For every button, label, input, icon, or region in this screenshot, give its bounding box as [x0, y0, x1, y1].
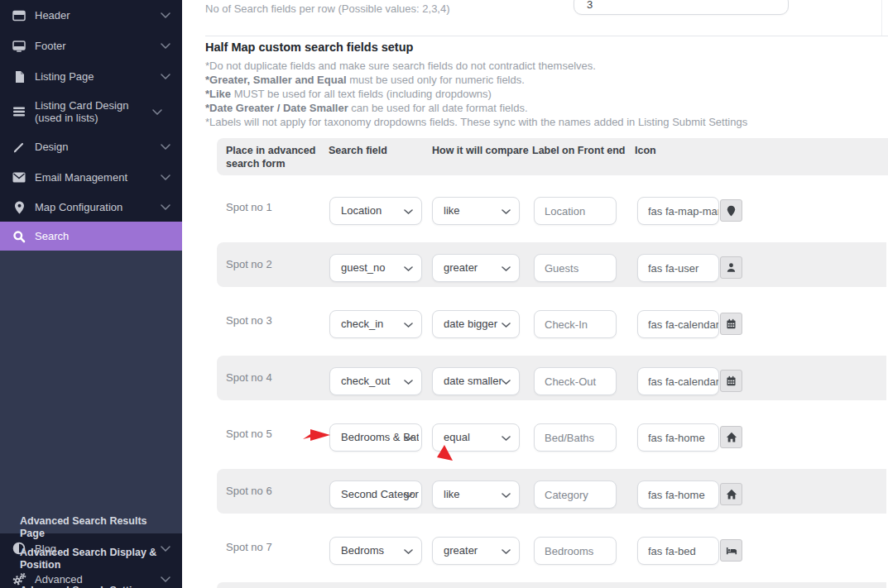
compare-select[interactable]: like	[432, 197, 520, 225]
search-field-select[interactable]: Bedrooms & Bath	[329, 423, 422, 452]
icon-class-input[interactable]	[637, 254, 719, 282]
search-submenu: Advanced Search Results Page Advanced Se…	[0, 251, 182, 533]
sidebar-item-listing-card-design[interactable]: Listing Card Design (used in lists)	[0, 92, 182, 131]
compare-select[interactable]: greater	[432, 254, 520, 282]
sidebar-item-label: Blog	[35, 543, 161, 555]
search-field-select[interactable]: Second Category	[329, 480, 422, 509]
col-header-compare: How it will compare	[432, 144, 529, 157]
icon-class-input[interactable]	[637, 480, 719, 509]
spot-label: Spot no 4	[226, 371, 272, 384]
col-header-icon: Icon	[635, 144, 656, 157]
front-label-input[interactable]	[534, 197, 617, 225]
sidebar-item-label: Listing Card Design (used in lists)	[35, 99, 152, 124]
header-icon	[12, 8, 26, 23]
front-label-input[interactable]	[534, 254, 617, 282]
front-label-input[interactable]	[534, 310, 617, 338]
spot-label: Spot no 5	[226, 428, 272, 440]
footer-icon	[12, 39, 26, 54]
search-field-select[interactable]: check_in	[329, 310, 422, 338]
search-field-select[interactable]: guest_no	[329, 254, 422, 282]
icon-class-input[interactable]	[637, 423, 719, 452]
spot-label: Spot no 7	[226, 541, 272, 553]
sidebar: Header Footer Listing Page Listing Card …	[0, 0, 182, 588]
chevron-down-icon	[161, 546, 170, 552]
front-label-input[interactable]	[534, 367, 617, 395]
chevron-down-icon	[502, 380, 511, 385]
sidebar-item-search[interactable]: Search	[0, 222, 182, 251]
setup-note: *Do not duplicate fields and make sure s…	[205, 60, 596, 72]
panel-edge-divider	[881, 0, 882, 36]
fields-per-row-input[interactable]	[574, 0, 789, 15]
chevron-down-icon	[502, 323, 511, 327]
col-header-place: Place in advanced search form	[226, 144, 319, 170]
search-icon	[12, 229, 26, 244]
icon-class-input[interactable]	[637, 197, 719, 225]
front-label-input[interactable]	[534, 537, 617, 565]
sidebar-item-blog[interactable]: Blog	[0, 534, 182, 562]
chevron-down-icon	[502, 209, 511, 214]
sidebar-item-label: Map Configuration	[35, 201, 161, 213]
chevron-down-icon	[404, 323, 413, 327]
search-field-select[interactable]: check_out	[329, 367, 422, 395]
sidebar-item-label: Email Management	[35, 171, 161, 184]
chevron-down-icon	[404, 436, 413, 441]
sidebar-item-email-management[interactable]: Email Management	[0, 162, 182, 193]
chevron-down-icon	[404, 380, 413, 385]
front-label-input[interactable]	[534, 423, 617, 452]
icon-class-input[interactable]	[637, 310, 719, 338]
user-icon	[726, 262, 737, 273]
sidebar-item-map-configuration[interactable]: Map Configuration	[0, 193, 182, 222]
search-field-select[interactable]: Bedroms	[329, 537, 422, 565]
sidebar-item-header[interactable]: Header	[0, 0, 182, 31]
chevron-down-icon	[404, 209, 413, 214]
icon-preview	[720, 539, 742, 562]
sidebar-item-label: Search	[35, 230, 170, 242]
chevron-down-icon	[161, 204, 170, 210]
chevron-down-icon	[502, 436, 511, 441]
gears-icon	[12, 571, 26, 586]
section-divider	[205, 36, 888, 36]
setup-note: *Greater, Smaller and Equal must be used…	[205, 74, 525, 86]
fields-per-row-label: No of Search fields per row (Possible va…	[205, 2, 450, 15]
sidebar-item-design[interactable]: Design	[0, 131, 182, 162]
icon-preview	[720, 483, 742, 505]
icon-class-input[interactable]	[637, 537, 719, 565]
spot-label: Spot no 1	[226, 201, 272, 213]
col-header-search-field: Search field	[329, 144, 387, 157]
spot-label: Spot no 3	[226, 314, 272, 327]
calendar-icon	[726, 375, 737, 386]
setup-note: *Date Greater / Date Smaller can be used…	[205, 102, 528, 114]
compare-select[interactable]: like	[432, 480, 520, 509]
compare-select[interactable]: date smaller	[432, 367, 520, 395]
row-stripe	[217, 582, 886, 588]
email-icon	[12, 170, 26, 185]
section-title: Half Map custom search fields setup	[205, 41, 413, 54]
sidebar-item-label: Header	[35, 9, 161, 22]
sidebar-item-listing-page[interactable]: Listing Page	[0, 61, 182, 92]
chevron-down-icon	[502, 493, 511, 498]
chevron-down-icon	[161, 74, 170, 79]
bed-icon	[726, 545, 737, 556]
chevron-down-icon	[152, 109, 162, 115]
front-label-input[interactable]	[534, 480, 617, 509]
listing-page-icon	[12, 69, 26, 84]
home-icon	[726, 432, 737, 442]
map-pin-icon	[12, 200, 26, 215]
map-marker-icon	[727, 205, 736, 217]
setup-note: *Like MUST be used for all text fields (…	[205, 88, 492, 100]
chevron-down-icon	[404, 266, 413, 271]
icon-preview	[720, 199, 742, 222]
chevron-down-icon	[502, 549, 511, 554]
spot-label: Spot no 6	[226, 485, 272, 497]
calendar-icon	[726, 318, 737, 329]
sidebar-item-advanced[interactable]: Advanced	[0, 565, 182, 588]
compare-select[interactable]: greater	[432, 537, 520, 565]
chevron-down-icon	[404, 493, 413, 498]
blog-icon	[12, 541, 26, 556]
compare-select[interactable]: date bigger	[432, 310, 520, 338]
spot-label: Spot no 2	[226, 258, 272, 270]
sidebar-item-footer[interactable]: Footer	[0, 31, 182, 61]
search-field-select[interactable]: Location	[329, 197, 422, 225]
icon-class-input[interactable]	[637, 367, 719, 395]
icon-preview	[720, 370, 742, 392]
